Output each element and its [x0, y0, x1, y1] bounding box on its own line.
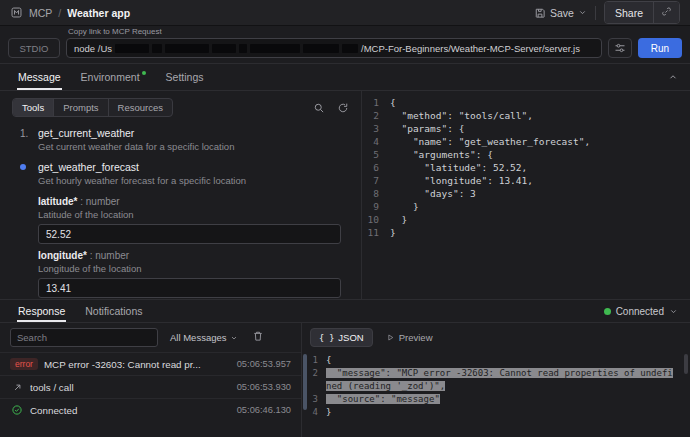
message-row-error[interactable]: error MCP error -32603: Cannot read pr..…: [0, 352, 301, 375]
mcp-logo-icon: [10, 6, 23, 19]
command-suffix: /MCP-For-Beginners/Weather-MCP-Server/se…: [361, 43, 580, 54]
scrollbar-thumb[interactable]: [303, 354, 307, 410]
tools-header: Tools Prompts Resources: [0, 91, 361, 122]
tab-preview[interactable]: Preview: [377, 328, 442, 347]
error-badge: error: [10, 358, 38, 370]
viewer-line: 3 "source": "message": [308, 393, 678, 406]
line-text: {: [390, 96, 396, 109]
line-text: }: [390, 226, 396, 239]
message-row-connected[interactable]: Connected 05:06:46.130: [0, 398, 301, 421]
search-input[interactable]: [10, 328, 158, 347]
play-icon: [386, 333, 395, 342]
share-button[interactable]: Share: [605, 2, 653, 23]
line-text: "latitude": 52.52,: [390, 161, 527, 174]
header-actions: Save Share: [534, 1, 680, 24]
editor-line: 5 "arguments": {: [362, 148, 690, 161]
tab-message[interactable]: Message: [8, 64, 71, 90]
tool-name: get_current_weather: [38, 127, 134, 139]
trash-icon: [252, 330, 264, 342]
command-column: Copy link to MCP Request node /Us /MCP-F…: [66, 27, 602, 58]
redacted-text: [152, 44, 162, 53]
line-text: "params": {: [390, 122, 464, 135]
request-json-editor[interactable]: 1{ 2 "method": "tools/call", 3 "params":…: [362, 91, 690, 299]
search-icon[interactable]: [313, 102, 325, 114]
request-settings-button[interactable]: [608, 38, 632, 58]
line-number: 1: [308, 354, 326, 367]
messages-panel: All Messages: [0, 323, 302, 437]
tool-item-get-weather-forecast[interactable]: get_weather_forecast Get hourly weather …: [0, 156, 361, 190]
line-text: }: [390, 200, 419, 213]
line-number: 2: [308, 367, 326, 393]
connection-status[interactable]: Connected: [604, 300, 682, 322]
line-number: 5: [362, 148, 390, 161]
message-filter-label: All Messages: [170, 332, 227, 343]
editor-line: 6 "latitude": 52.52,: [362, 161, 690, 174]
run-button[interactable]: Run: [638, 38, 682, 58]
connected-dot: [604, 308, 611, 315]
tab-notifications[interactable]: Notifications: [75, 300, 152, 322]
line-text: {: [326, 355, 331, 365]
line-text: }: [390, 213, 407, 226]
field-latitude-type: : number: [77, 196, 119, 207]
response-tab-bar: Response Notifications Connected: [0, 300, 690, 323]
tool-item-get-current-weather[interactable]: 1. get_current_weather Get current weath…: [0, 122, 361, 156]
save-label: Save: [550, 7, 574, 19]
field-longitude-label: longitude* : number: [38, 250, 341, 261]
line-number: 11: [362, 226, 390, 239]
editor-line: 9 }: [362, 200, 690, 213]
header: MCP / Weather app Save: [0, 0, 690, 26]
field-longitude-hint: Longitude of the location: [38, 263, 341, 274]
tool-description: Get hourly weather forecast for a specif…: [38, 175, 349, 186]
field-latitude-hint: Latitude of the location: [38, 209, 341, 220]
tab-environment[interactable]: Environment: [71, 64, 156, 90]
message-text: MCP error -32603: Cannot read pr...: [44, 359, 231, 370]
collapse-panel-icon[interactable]: [668, 72, 678, 82]
tab-resources[interactable]: Resources: [109, 99, 172, 116]
json-viewer-panel: JSON Preview 1{ 2 "message": "MC: [302, 323, 690, 437]
breadcrumb-app[interactable]: MCP: [29, 7, 52, 19]
request-bar: STDIO Copy link to MCP Request node /Us …: [0, 26, 690, 64]
command-prefix: node /Us: [74, 43, 112, 54]
refresh-icon[interactable]: [337, 102, 349, 114]
line-number: 8: [362, 187, 390, 200]
tab-json[interactable]: JSON: [310, 328, 373, 347]
response-json-code[interactable]: 1{ 2 "message": "MCP error -32603: Canno…: [302, 352, 690, 437]
tab-settings[interactable]: Settings: [156, 64, 214, 90]
editor-line: 10 }: [362, 213, 690, 226]
line-text-selected: "source": "message": [326, 394, 440, 404]
latitude-input[interactable]: [38, 224, 341, 244]
transport-select[interactable]: STDIO: [8, 38, 60, 58]
tool-description: Get current weather data for a specific …: [38, 141, 349, 152]
line-number: 2: [362, 109, 390, 122]
braces-icon: [319, 332, 334, 343]
redacted-text: [342, 44, 358, 53]
message-time: 05:06:53.930: [237, 382, 291, 392]
message-filter-dropdown[interactable]: All Messages: [170, 332, 238, 343]
command-input[interactable]: node /Us /MCP-For-Beginners/Weather-MCP-…: [66, 38, 602, 58]
header-divider: [595, 6, 596, 20]
message-time: 05:06:46.130: [237, 405, 291, 415]
copy-link-button[interactable]: [653, 2, 679, 23]
field-latitude: latitude* : number Latitude of the locat…: [38, 196, 341, 244]
longitude-input[interactable]: [38, 278, 341, 298]
link-icon: [661, 6, 672, 17]
editor-line: 4 "name": "get_weather_forecast",: [362, 135, 690, 148]
clear-messages-button[interactable]: [252, 330, 264, 345]
line-text: "days": 3: [390, 187, 476, 200]
tab-prompts[interactable]: Prompts: [54, 99, 108, 116]
environment-status-dot: [142, 71, 146, 75]
messages-toolbar: All Messages: [0, 323, 301, 352]
save-icon: [534, 7, 546, 19]
message-text: tools / call: [30, 382, 231, 393]
line-number: 4: [362, 135, 390, 148]
tab-environment-label: Environment: [81, 71, 140, 83]
viewer-line: 2 "message": "MCP error -32603: Cannot r…: [308, 367, 678, 393]
save-button[interactable]: Save: [534, 7, 587, 19]
editor-line: 11}: [362, 226, 690, 239]
tab-response[interactable]: Response: [8, 300, 75, 322]
message-row-tools-call[interactable]: tools / call 05:06:53.930: [0, 375, 301, 398]
tab-tools[interactable]: Tools: [13, 99, 54, 116]
tab-settings-label: Settings: [166, 71, 204, 83]
editor-line: 8 "days": 3: [362, 187, 690, 200]
scrollbar-thumb[interactable]: [684, 354, 688, 374]
